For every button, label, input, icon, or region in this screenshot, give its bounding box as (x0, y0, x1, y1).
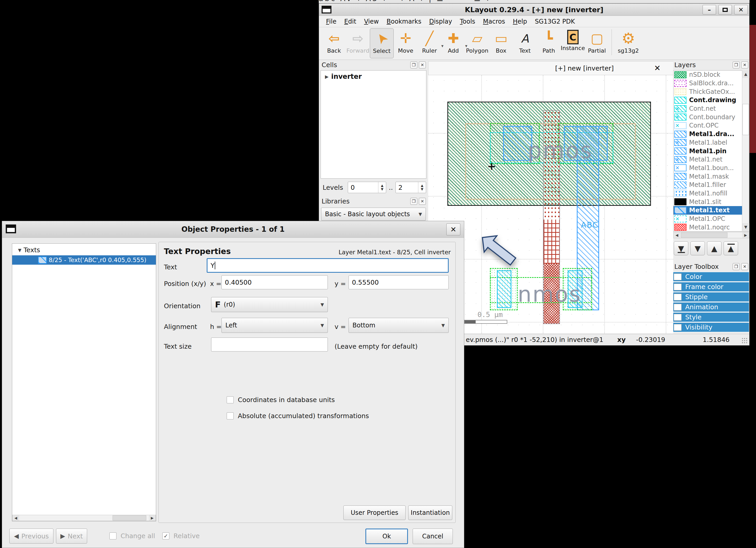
toolbox-section[interactable]: Animation (673, 302, 749, 312)
layer-row[interactable]: ✕ Metal1.filler (674, 181, 749, 189)
tree-horizontal-scrollbar[interactable]: ◀ ▶ (12, 515, 156, 521)
pdk-button[interactable]: sg13g2 (616, 28, 640, 58)
float-panel-icon[interactable]: ❐ (733, 61, 740, 68)
toolbar-button[interactable]: Instance ▾ (561, 28, 585, 58)
text-size-input[interactable] (211, 337, 328, 351)
layer-row[interactable]: ✕ Cont.OPC (674, 121, 749, 130)
layer-swatch[interactable]: ✕ (674, 105, 686, 112)
collapse-arrow-icon[interactable]: ▼ (16, 248, 24, 253)
klayout-titlebar[interactable]: KLayout 0.29.4 - [+] new [inverter] – ✕ (319, 4, 749, 16)
layers-vertical-scrollbar[interactable]: ▲ ▼ (742, 70, 749, 231)
libraries-dropdown[interactable]: Basic - Basic layout objects ▼ (321, 208, 426, 221)
move-layer-to-top-button[interactable]: ▲ (724, 241, 738, 255)
layer-swatch[interactable]: ✕ (674, 173, 686, 180)
tree-selected-item[interactable]: 8/25 - Text('ABC',r0 0.405,0.555) (12, 255, 156, 265)
section-expander[interactable] (674, 294, 682, 300)
layer-row[interactable]: ✕ Metal1.pin (674, 147, 749, 155)
layer-swatch[interactable]: ✕ (674, 88, 686, 95)
menu-item[interactable]: Help (509, 16, 531, 27)
previous-button[interactable]: ◀ Previous (9, 529, 53, 544)
layer-swatch[interactable]: ✕ (674, 80, 686, 87)
toolbar-button[interactable]: Partial ▾ (585, 28, 609, 58)
objects-tree[interactable]: ▼ Texts 8/25 - Text('ABC',r0 0.405,0.555… (12, 244, 156, 521)
scroll-right-icon[interactable]: ▶ (742, 232, 749, 238)
levels-from-spinner[interactable]: 0 ▲▼ (348, 182, 386, 193)
layer-swatch[interactable]: ✕ (674, 97, 686, 104)
toolbar-button[interactable]: Move ▾ (394, 28, 418, 58)
toolbar-button[interactable]: Polygon ▾ (465, 28, 489, 58)
expand-arrow-icon[interactable]: ▶ (322, 74, 331, 79)
layer-row[interactable]: ✕ Metal1.OPC (674, 215, 749, 223)
float-panel-icon[interactable]: ❐ (410, 61, 417, 68)
next-button[interactable]: ▶ Next (56, 529, 87, 544)
layer-swatch[interactable]: ✕ (674, 198, 686, 205)
resize-grip[interactable] (741, 337, 748, 344)
layer-swatch[interactable]: ✕ (674, 139, 686, 146)
scroll-up-icon[interactable]: ▲ (742, 70, 749, 78)
halign-dropdown[interactable]: Left ▼ (221, 318, 328, 333)
menu-item[interactable]: SG13G2 PDK (531, 16, 579, 27)
toolbox-section[interactable]: Visibility (673, 322, 749, 332)
user-properties-button[interactable]: User Properties (343, 505, 406, 520)
toolbar-button[interactable]: Text ▾ (513, 28, 537, 58)
dialog-titlebar[interactable]: Object Properties - 1 of 1 (2, 221, 464, 238)
scrollbar-thumb[interactable] (113, 515, 146, 521)
close-panel-icon[interactable]: ✕ (741, 263, 748, 270)
layer-swatch[interactable]: ✕ (674, 131, 686, 138)
layer-row[interactable]: ✕ nSD.block (674, 71, 749, 79)
float-panel-icon[interactable]: ❐ (410, 198, 417, 205)
move-layer-to-bottom-button[interactable]: ▼ (674, 241, 688, 255)
scroll-left-icon[interactable]: ◀ (12, 515, 19, 521)
pmos-cell-label[interactable]: pmos (528, 137, 593, 163)
layer-row[interactable]: ✕ Cont.drawing (674, 96, 749, 105)
menu-item[interactable]: Display (425, 16, 456, 27)
close-panel-icon[interactable]: ✕ (419, 198, 426, 205)
scroll-down-icon[interactable]: ▼ (742, 223, 749, 231)
menu-item[interactable]: Tools (456, 16, 479, 27)
cell-tree-item[interactable]: ▶ inverter (321, 71, 426, 82)
toolbox-section[interactable]: Color (673, 272, 749, 281)
instantiation-button[interactable]: Instantiation (408, 505, 452, 520)
orientation-dropdown[interactable]: F (r0) ▼ (211, 297, 328, 312)
layer-row[interactable]: ✕ Metal1.dra... (674, 130, 749, 139)
dialog-close-button[interactable]: ✕ (446, 224, 460, 236)
section-expander[interactable] (674, 324, 682, 331)
layer-row[interactable]: ✕ Metal1.mask (674, 172, 749, 181)
layer-swatch[interactable]: ✕ (674, 190, 686, 197)
layer-row[interactable]: ✕ Metal1.text (674, 206, 749, 215)
cells-tree[interactable]: ▶ inverter (321, 70, 426, 179)
relative-checkbox[interactable] (162, 532, 169, 539)
scrollbar-thumb[interactable] (743, 104, 749, 135)
layer-swatch[interactable]: ✕ (674, 207, 686, 214)
maximize-button[interactable] (718, 5, 732, 15)
layers-horizontal-scrollbar[interactable]: ◀ ▶ (673, 232, 749, 238)
layer-swatch[interactable]: ✕ (674, 114, 686, 121)
layer-swatch[interactable]: ✕ (674, 164, 686, 171)
toolbar-button[interactable]: Forward ▾ (346, 28, 370, 58)
layer-row[interactable]: ✕ Metal1.noqrc (674, 223, 749, 232)
menu-item[interactable]: Bookmarks (383, 16, 425, 27)
close-panel-icon[interactable]: ✕ (419, 61, 426, 68)
abc-text-object[interactable]: ABC (581, 220, 599, 230)
toolbox-section[interactable]: Frame color (673, 282, 749, 291)
levels-to-spinner[interactable]: 2 ▲▼ (396, 182, 426, 193)
toolbar-button[interactable]: Select ▾ (370, 28, 394, 58)
layer-swatch[interactable]: ✕ (674, 182, 686, 189)
menu-item[interactable]: Macros (479, 16, 509, 27)
layer-row[interactable]: ✕ Cont.net (674, 105, 749, 113)
layer-row[interactable]: ✕ Metal1.label (674, 139, 749, 147)
db-units-checkbox[interactable] (227, 396, 234, 403)
text-value-input[interactable]: Y (207, 258, 449, 273)
tab-close-icon[interactable]: ✕ (654, 64, 661, 73)
toolbar-button[interactable]: Box ▾ (489, 28, 513, 58)
layer-row[interactable]: ✕ ThickGateOx... (674, 87, 749, 96)
nmos-cell-label[interactable]: nmos (518, 281, 581, 307)
layer-swatch[interactable]: ✕ (674, 148, 686, 155)
position-x-input[interactable]: 0.40500 (221, 275, 328, 289)
menu-item[interactable]: View (360, 16, 383, 27)
menu-item[interactable]: Edit (340, 16, 360, 27)
change-all-checkbox[interactable] (109, 532, 116, 539)
layer-row[interactable]: ✕ Metal1.boun... (674, 164, 749, 172)
scroll-left-icon[interactable]: ◀ (674, 232, 680, 238)
spinner-arrows-icon[interactable]: ▲▼ (378, 182, 386, 193)
